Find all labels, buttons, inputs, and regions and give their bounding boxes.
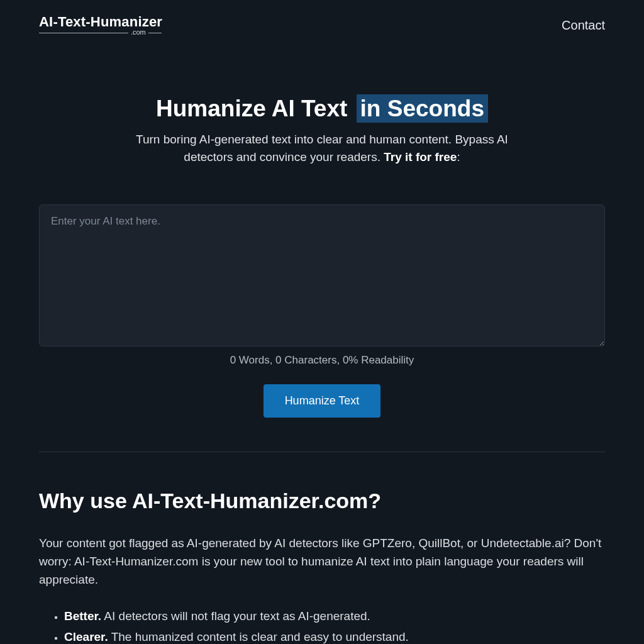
- list-item: Better. AI detectors will not flag your …: [64, 606, 605, 626]
- contact-link[interactable]: Contact: [562, 18, 605, 33]
- ai-text-input[interactable]: [39, 204, 605, 347]
- word-counter: 0 Words, 0 Characters, 0% Readability: [39, 354, 605, 367]
- hero-section: Humanize AI Text in Seconds Turn boring …: [39, 38, 605, 165]
- hero-subtitle: Turn boring AI-generated text into clear…: [121, 131, 523, 165]
- why-paragraph: Your content got flagged as AI-generated…: [39, 535, 605, 589]
- why-heading: Why use AI-Text-Humanizer.com?: [39, 489, 605, 513]
- list-item: Clearer. The humanized content is clear …: [64, 626, 605, 644]
- header: AI-Text-Humanizer .com Contact: [0, 0, 644, 38]
- page-title: Humanize AI Text in Seconds: [156, 96, 488, 122]
- title-highlight: in Seconds: [357, 94, 488, 123]
- humanize-button[interactable]: Humanize Text: [264, 384, 381, 418]
- input-area: 0 Words, 0 Characters, 0% Readability Hu…: [39, 204, 605, 418]
- why-bullet-list: Better. AI detectors will not flag your …: [39, 606, 605, 644]
- why-section: Why use AI-Text-Humanizer.com? Your cont…: [39, 489, 605, 644]
- title-prefix: Humanize AI Text: [156, 96, 347, 121]
- logo-subtext: .com: [128, 28, 148, 36]
- section-divider: [39, 452, 605, 452]
- site-logo[interactable]: AI-Text-Humanizer .com: [39, 14, 162, 36]
